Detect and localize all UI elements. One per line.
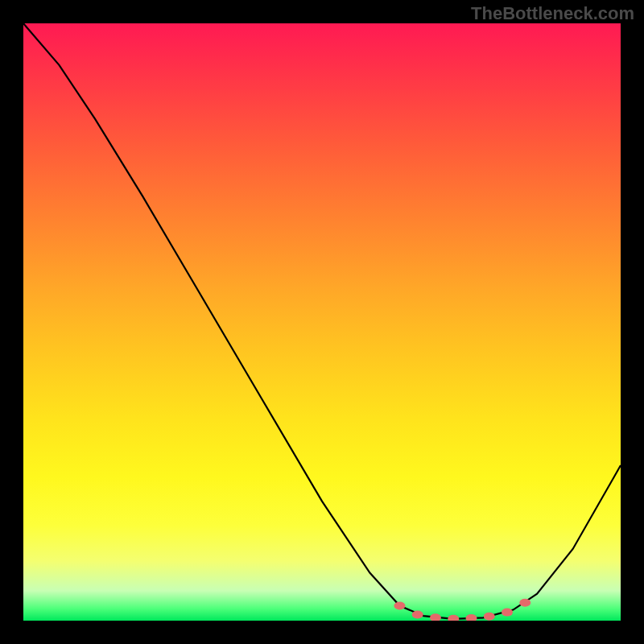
chart-plot-area <box>23 23 621 621</box>
data-points <box>394 599 530 621</box>
highlight-dot <box>466 614 477 621</box>
curve-overlay <box>23 23 621 621</box>
highlight-dot <box>519 599 530 607</box>
highlight-dot <box>394 601 405 609</box>
highlight-dot <box>502 609 513 617</box>
highlight-dot <box>430 613 441 621</box>
bottleneck-curve <box>23 23 621 619</box>
highlight-dot <box>448 615 459 621</box>
highlight-dot <box>412 611 423 619</box>
watermark-text: TheBottleneck.com <box>471 3 634 24</box>
highlight-dot <box>484 613 495 621</box>
